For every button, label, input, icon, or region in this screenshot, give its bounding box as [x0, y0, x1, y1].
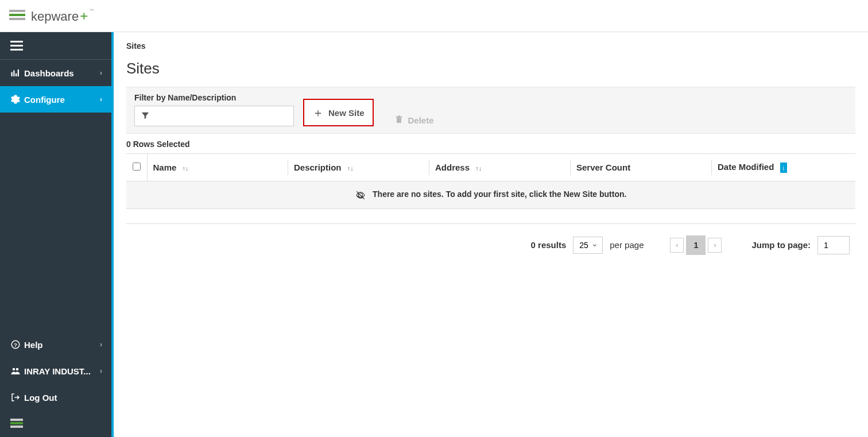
- gear-icon: [10, 94, 24, 105]
- sidebar-item-label: Log Out: [24, 393, 102, 403]
- sidebar-item-help[interactable]: ? Help ›: [0, 331, 111, 358]
- sidebar-item-label: Help: [24, 340, 100, 350]
- brand-logo-icon: [9, 10, 25, 22]
- logout-icon: [10, 392, 24, 403]
- filter-input[interactable]: [134, 106, 294, 126]
- sort-active-icon: ↓: [780, 163, 787, 173]
- column-header-date-modified[interactable]: Date Modified ↓: [712, 154, 855, 181]
- toolbar: Filter by Name/Description ＋ New Site: [126, 87, 855, 134]
- select-all-checkbox[interactable]: [133, 163, 141, 171]
- breadcrumb: Sites: [126, 37, 855, 60]
- svg-rect-0: [11, 72, 13, 77]
- column-header-description[interactable]: Description ↑↓: [288, 154, 429, 181]
- delete-button[interactable]: Delete: [394, 114, 434, 126]
- dashboard-icon: [10, 68, 24, 78]
- empty-state-message: There are no sites. To add your first si…: [373, 190, 626, 199]
- chevron-right-icon: ›: [100, 69, 102, 77]
- eye-off-icon: [355, 190, 368, 199]
- sort-icon: ↑↓: [475, 165, 482, 172]
- delete-label: Delete: [408, 115, 434, 125]
- sidebar-item-label: Dashboards: [24, 68, 100, 78]
- new-site-label: New Site: [328, 108, 365, 118]
- jump-to-page-input[interactable]: [817, 236, 850, 254]
- brand-plus-icon: +: [80, 8, 88, 24]
- sidebar-item-logout[interactable]: Log Out: [0, 384, 111, 411]
- main-content: Sites Sites Filter by Name/Description ＋…: [114, 32, 868, 437]
- chevron-right-icon: ›: [100, 95, 102, 103]
- hamburger-icon: [10, 41, 23, 51]
- svg-rect-1: [13, 71, 14, 77]
- sidebar-item-dashboards[interactable]: Dashboards ›: [0, 60, 111, 86]
- org-icon: [10, 366, 24, 376]
- jump-to-page-label: Jump to page:: [751, 240, 811, 250]
- filter-label: Filter by Name/Description: [134, 93, 294, 102]
- main-sidebar: Dashboards › Configure › ? Help ›: [0, 32, 114, 437]
- page-prev-button[interactable]: ‹: [670, 238, 684, 253]
- sidebar-brand-icon: [0, 411, 111, 437]
- chevron-right-icon: ›: [100, 341, 102, 349]
- app-header: kepware+™: [0, 0, 868, 32]
- sidebar-item-org[interactable]: INRAY INDUST... ›: [0, 358, 111, 384]
- sites-table: Name ↑↓ Description ↑↓ Address ↑↓ Serv: [126, 153, 855, 209]
- sidebar-toggle-button[interactable]: [0, 32, 111, 60]
- column-header-address[interactable]: Address ↑↓: [429, 154, 571, 181]
- per-page-select[interactable]: 25: [573, 237, 603, 254]
- per-page-label: per page: [610, 240, 644, 250]
- svg-text:?: ?: [14, 342, 17, 348]
- sort-icon: ↑↓: [347, 165, 354, 172]
- plus-icon: ＋: [312, 105, 324, 121]
- sidebar-item-label: INRAY INDUST...: [24, 366, 100, 376]
- page-current[interactable]: 1: [686, 235, 706, 255]
- svg-point-6: [13, 368, 16, 371]
- trash-icon: [394, 114, 404, 126]
- sidebar-item-configure[interactable]: Configure ›: [0, 86, 111, 113]
- page-title: Sites: [126, 60, 855, 87]
- column-header-name[interactable]: Name ↑↓: [147, 154, 288, 181]
- column-header-server-count[interactable]: Server Count: [571, 154, 712, 181]
- page-next-button[interactable]: ›: [708, 238, 722, 253]
- pagination: 0 results 25 per page ‹ 1 › Jump to page…: [126, 224, 855, 266]
- select-all-column[interactable]: [126, 154, 147, 181]
- new-site-button[interactable]: ＋ New Site: [303, 99, 374, 126]
- filter-icon: [141, 111, 150, 122]
- table-empty-row: There are no sites. To add your first si…: [126, 181, 855, 209]
- svg-point-7: [16, 368, 19, 371]
- filter-text-input[interactable]: [150, 111, 293, 121]
- brand-name: kepware+™: [31, 8, 94, 24]
- rows-selected-text: 0 Rows Selected: [126, 134, 855, 153]
- results-count: 0 results: [531, 240, 567, 250]
- sidebar-item-label: Configure: [24, 95, 100, 105]
- help-icon: ?: [10, 339, 24, 350]
- svg-rect-3: [18, 69, 19, 76]
- sort-icon: ↑↓: [183, 165, 189, 172]
- chevron-right-icon: ›: [100, 367, 102, 375]
- svg-rect-2: [16, 74, 17, 76]
